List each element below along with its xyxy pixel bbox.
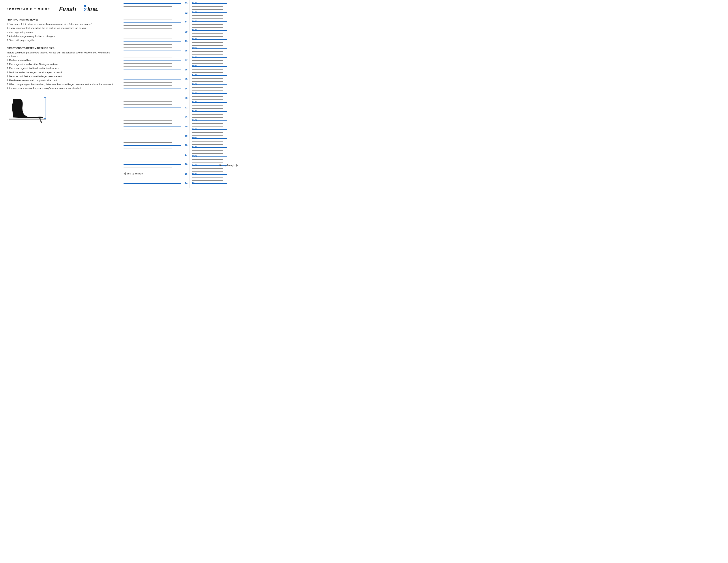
step-7: 7. When comparing on the size chart, det… [7, 83, 115, 90]
ruler-subline-2 [192, 171, 223, 172]
ruler-subline [124, 54, 172, 54]
ruler-subline-2 [192, 51, 223, 52]
ruler-subline [124, 167, 172, 168]
ruler-line [124, 70, 181, 70]
ruler-subline [124, 63, 172, 64]
ruler-number-2: 23.5 [192, 83, 197, 86]
step-2: 2. Place against a wall or other 90 degr… [7, 62, 115, 66]
triangle-marker-right [236, 164, 238, 167]
ruler-subline-2 [192, 18, 223, 19]
ruler-subline-2 [192, 36, 223, 37]
ruler-subline-2 [192, 108, 223, 109]
ruler-subline-2 [192, 87, 223, 88]
ruler-line [124, 126, 181, 127]
ruler-subline [124, 95, 172, 95]
ruler-subline [124, 57, 172, 57]
ruler-subline-2 [192, 72, 223, 73]
ruler-page-1: 33323130292827262524232221201918171615Li… [124, 0, 192, 188]
ruler-number: 16 [185, 163, 188, 165]
ruler-subline [124, 35, 172, 35]
ruler-line-2 [192, 84, 227, 85]
ruler-line-2 [192, 111, 227, 112]
ruler-number: 26 [185, 68, 188, 71]
logo: Finish line. [59, 4, 99, 14]
ruler-line [124, 155, 181, 155]
ruler-number-2: 20.5 [192, 110, 197, 113]
ruler-line-2 [192, 183, 227, 184]
ruler-number-2: 15.5 [192, 155, 197, 158]
ruler-line-2 [192, 120, 227, 121]
ruler-number-2: 18.5 [192, 128, 197, 131]
step-4: 4. Mark the end of the longest toe with … [7, 71, 115, 74]
ruler-number: 28 [185, 49, 188, 52]
ruler-number-2: 25.5 [192, 65, 197, 68]
ruler-subline [124, 47, 172, 48]
ruler-line-2 [192, 48, 227, 49]
ruler-line-2 [192, 21, 227, 22]
ruler-number: 31 [185, 21, 188, 24]
ruler-line [124, 60, 181, 60]
triangle-label-2: Line up Triangle [219, 164, 235, 166]
ruler-subline-2 [192, 78, 223, 79]
ruler-subline [124, 104, 172, 105]
ruler-number-2: 28.5 [192, 38, 197, 41]
ruler-subline-2 [192, 99, 223, 100]
ruler-number: 23 [185, 97, 188, 99]
ruler-line [124, 145, 181, 146]
ruler-number: 15 [185, 172, 188, 175]
ruler-number: 22 [185, 106, 188, 109]
ruler-number-2: 32.5 [192, 2, 197, 5]
ruler-subline-2 [192, 9, 223, 10]
ruler-number-2: 29.5 [192, 29, 197, 32]
svg-rect-9 [13, 99, 17, 107]
ruler-line [124, 98, 181, 98]
ruler-subline [124, 111, 172, 111]
ruler-line-2 [192, 75, 227, 76]
ruler-line [124, 3, 181, 4]
ruler-number: 17 [185, 153, 188, 156]
svg-point-1 [84, 5, 86, 7]
ruler-subline-2 [192, 114, 223, 115]
ruler-subline [124, 25, 172, 26]
ruler-subline-2 [192, 45, 223, 46]
ruler-subline-2 [192, 69, 223, 70]
ruler-line-2 [192, 39, 227, 40]
ruler-subline-2 [192, 63, 223, 64]
ruler-subline [124, 38, 172, 38]
ruler-number: 21 [185, 116, 188, 118]
svg-text:line.: line. [87, 6, 99, 12]
ruler-subline-2 [192, 132, 223, 133]
ruler-line-2 [192, 147, 227, 148]
ruler-subline-2 [192, 159, 223, 160]
ruler-number: 19 [185, 135, 188, 137]
ruler-subline-2 [192, 153, 223, 154]
directions-intro: (Before you begin, put on socks that you… [7, 51, 115, 58]
ruler-subline-2 [192, 180, 223, 180]
ruler-subline-2 [192, 27, 223, 28]
ruler-subline [124, 82, 172, 83]
ruler-line [124, 51, 181, 51]
ruler-number: 33 [185, 2, 188, 5]
ruler-subline [124, 85, 172, 86]
ruler-number-2: 13 [192, 182, 195, 184]
ruler-subline-2 [192, 123, 223, 124]
ruler-line-2 [192, 156, 227, 157]
ruler-subline [124, 152, 172, 152]
instruction-line-1: 1.Print pages 1 & 2 actual size (no scal… [7, 22, 115, 26]
ruler-number: 32 [185, 11, 188, 14]
ruler-number-2: 22.5 [192, 92, 197, 95]
instruction-line-5: 3. Tape both pages together. [7, 38, 115, 42]
ruler-subline [124, 158, 172, 158]
step-6: 6. Read measurement and compare to size … [7, 79, 115, 82]
ruler-subline-2 [192, 126, 223, 127]
ruler-subline-2 [192, 141, 223, 142]
ruler-subline [124, 28, 172, 29]
ruler-line [124, 41, 181, 42]
ruler-subline [124, 133, 172, 133]
left-panel: PRINTING INSTRUCTIONS: 1.Print pages 1 &… [7, 14, 115, 124]
printing-title: PRINTING INSTRUCTIONS: [7, 18, 115, 21]
ruler-subline [124, 101, 172, 102]
step-5: 5. Measure both feet and use the larger … [7, 75, 115, 78]
ruler-number-2: 13.5 [192, 173, 197, 175]
ruler-subline-2 [192, 90, 223, 91]
